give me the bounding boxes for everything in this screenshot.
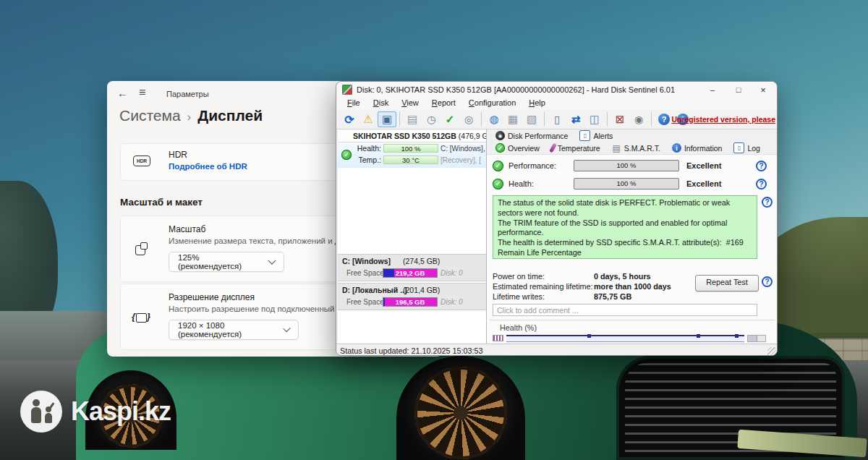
unregistered-link[interactable]: Unregistered version, please: [671, 115, 775, 124]
disk-inspect-icon[interactable]: ◎: [459, 111, 478, 127]
disk-overview-icon[interactable]: ▤: [403, 111, 422, 127]
free-space-bar: 219,2 GB: [383, 268, 438, 278]
power-on-value: 0 days, 5 hours: [594, 272, 651, 281]
ok-circle-icon: ✓: [493, 179, 503, 189]
hds-window: Disk: 0, SKIHOTAR SSD K350 512GB [AA0000…: [336, 81, 778, 356]
hds-main: SKIHOTAR SSD K350 512GB (476,9 GB) Dis ✓…: [336, 129, 777, 344]
status-line: The health is determined by SSD specific…: [498, 238, 752, 258]
refresh-icon[interactable]: ⟳: [340, 111, 359, 127]
disk-connect-icon[interactable]: ▧: [522, 111, 541, 127]
hds-app-icon: [342, 85, 352, 95]
health-rating: Excellent: [686, 179, 721, 188]
chevron-down-icon: [268, 257, 276, 265]
log-page-icon: ▯: [733, 142, 744, 153]
help-question-icon[interactable]: ?: [762, 197, 773, 208]
performance-row: ✓ Performance: 100 % Excellent ?: [487, 159, 778, 174]
tab-smart[interactable]: ▤ S.M.A.R.T.: [608, 143, 665, 153]
scale-dropdown[interactable]: 125% (рекомендуется): [169, 252, 284, 272]
help-question-icon[interactable]: ?: [756, 161, 767, 171]
breadcrumb: Система›Дисплей: [119, 107, 263, 124]
selected-disk-row[interactable]: ✓ Health: 100 % C: [Windows], Temp.: 30 …: [338, 142, 486, 168]
scale-title: Масштаб: [169, 224, 205, 234]
health-label: Health:: [357, 144, 381, 153]
volume-disk-index: Disk: 0: [441, 269, 463, 277]
kaspi-logo-icon: [20, 391, 62, 433]
hds-statusbar: Status last updated: 21.10.2025 15:03:53: [336, 344, 777, 356]
sync-icon[interactable]: ⇄: [566, 111, 585, 127]
tab-information[interactable]: i Information: [668, 143, 727, 153]
kaspi-watermark-label: Kaspi.kz: [71, 396, 171, 427]
status-text-box: The status of the solid state disk is PE…: [493, 195, 757, 259]
resolution-dropdown[interactable]: 1920 × 1080 (рекомендуется): [169, 320, 299, 340]
menu-report[interactable]: Report: [425, 98, 462, 110]
desktop: Kaspi.kz ← ≡ Параметры Система›Дисплей H…: [0, 0, 868, 460]
maximize-button[interactable]: □: [726, 82, 751, 98]
menu-configuration[interactable]: Configuration: [462, 98, 522, 110]
tab-overview[interactable]: ✓ Overview: [491, 143, 544, 153]
resolution-icon: {}: [134, 310, 148, 325]
close-button[interactable]: ×: [751, 82, 775, 98]
health-mini-bar: 100 %: [383, 144, 438, 153]
hds-menubar: File Disk View Report Configuration Help: [336, 98, 777, 110]
disk-accept-icon[interactable]: ✓: [441, 111, 459, 127]
disk-schedule-icon[interactable]: ◷: [422, 111, 441, 127]
menu-view[interactable]: View: [395, 98, 425, 110]
volume-size: (201,4 GB): [403, 286, 440, 294]
report-icon[interactable]: ▯: [548, 111, 566, 127]
chart-scrollbar[interactable]: [747, 335, 766, 342]
disk-name: SKIHOTAR SSD K350 512GB: [353, 132, 456, 140]
help-question-icon[interactable]: ?: [762, 276, 773, 287]
tab-log[interactable]: ▯ Log: [729, 142, 765, 153]
free-space-value: 196,5 GB: [383, 298, 437, 306]
tab-disk-performance[interactable]: ◉ Disk Performance: [491, 131, 572, 140]
power-on-label: Power on time:: [493, 272, 545, 281]
status-line: The status of the solid state disk is PE…: [498, 198, 752, 218]
thermometer-icon: [549, 143, 557, 153]
free-space-label: Free Space: [346, 298, 384, 306]
monitor-off-icon[interactable]: ⊠: [610, 111, 629, 127]
free-space-label: Free Space: [346, 269, 384, 277]
hamburger-menu-icon[interactable]: ≡: [139, 86, 145, 99]
hds-window-title: Disk: 0, SKIHOTAR SSD K350 512GB [AA0000…: [357, 85, 675, 94]
back-arrow-icon[interactable]: ←: [117, 87, 128, 99]
comment-input[interactable]: [493, 304, 757, 316]
alarm-icon[interactable]: ◉: [629, 111, 648, 127]
volume-row-d[interactable]: D: [Локальный ..] (201,4 GB) Free Space …: [338, 283, 486, 310]
disk-header-row[interactable]: SKIHOTAR SSD K350 512GB (476,9 GB) Dis: [338, 129, 486, 142]
temp-mini-bar: 30 °C: [383, 156, 438, 164]
network-disk-icon[interactable]: ◍: [485, 111, 503, 127]
repeat-test-button[interactable]: Repeat Test: [695, 275, 759, 291]
health-label: Health:: [509, 179, 534, 188]
breadcrumb-separator: ›: [187, 110, 192, 124]
disk-icon: ▤: [612, 143, 621, 153]
help-question-icon[interactable]: ?: [756, 179, 767, 189]
kaspi-watermark: Kaspi.kz: [20, 391, 171, 433]
menu-disk[interactable]: Disk: [367, 98, 395, 110]
volume-size: (274,5 GB): [403, 257, 440, 265]
ok-circle-icon: ✓: [493, 161, 503, 171]
surface-test-icon[interactable]: ▣: [378, 111, 396, 127]
status-last-updated: Status last updated: 21.10.2025 15:03:53: [340, 346, 483, 355]
breadcrumb-system[interactable]: Система: [119, 107, 181, 124]
hdr-more-link[interactable]: Подробнее об HDR: [169, 162, 247, 171]
menu-help[interactable]: Help: [522, 98, 552, 110]
remote-network-icon[interactable]: ◫: [585, 111, 604, 127]
volume-row-c[interactable]: C: [Windows] (274,5 GB) Free Space 219,2…: [338, 254, 486, 281]
menu-file[interactable]: File: [341, 98, 367, 110]
performance-meter: 100 %: [574, 160, 679, 171]
partition-windows: C: [Windows],: [441, 145, 485, 153]
tab-alerts[interactable]: ▯ Alerts: [575, 130, 617, 141]
disk-export-icon[interactable]: ▦: [503, 111, 522, 127]
tab-row-top: ◉ Disk Performance ▯ Alerts: [491, 129, 617, 142]
health-history-chart: [493, 334, 766, 342]
hds-titlebar[interactable]: Disk: 0, SKIHOTAR SSD K350 512GB [AA0000…: [336, 82, 777, 98]
tab-temperature[interactable]: Temperature: [547, 143, 605, 153]
lifetime-writes-label: Lifetime writes:: [493, 292, 545, 301]
resize-grip[interactable]: [767, 347, 776, 356]
remaining-lifetime-value: more than 1000 days: [594, 282, 671, 291]
minimize-button[interactable]: –: [700, 82, 725, 98]
help-icon[interactable]: ?: [658, 114, 670, 125]
warnings-icon[interactable]: ⚠: [359, 111, 378, 127]
gauge-icon: ◉: [495, 131, 505, 140]
status-line: The TRIM feature of the SSD is supported…: [498, 218, 752, 239]
